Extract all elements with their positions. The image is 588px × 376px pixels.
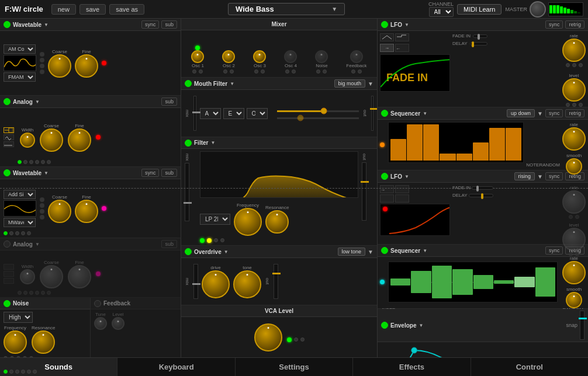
- wave-shape1[interactable]: [4, 127, 14, 133]
- noise-mx-d2[interactable]: [323, 69, 327, 74]
- lfo1-rate-knob[interactable]: [562, 39, 586, 62]
- osc3-d2[interactable]: [261, 69, 265, 74]
- analog1-caret[interactable]: ▼: [35, 99, 40, 105]
- wt2-coarse-knob[interactable]: [48, 200, 71, 223]
- analog2-dot4[interactable]: [35, 291, 39, 295]
- filter-out-slider[interactable]: [362, 162, 366, 221]
- od-power[interactable]: [185, 248, 192, 255]
- wt2-wave1-select[interactable]: Add Sine: [4, 190, 36, 199]
- osc4-d2[interactable]: [292, 69, 296, 74]
- noise-dot2[interactable]: [10, 356, 14, 357]
- seq-bar-7[interactable]: [489, 128, 505, 161]
- mixer-osc3-knob[interactable]: [253, 50, 266, 63]
- filter-res-knob[interactable]: [265, 210, 289, 234]
- lfo2-fade-slider[interactable]: [472, 186, 493, 190]
- wt1-fine-knob[interactable]: [75, 54, 98, 78]
- noise-mx-d1[interactable]: [316, 69, 320, 74]
- analog2-dot5[interactable]: [41, 291, 45, 295]
- env-power[interactable]: [381, 322, 388, 329]
- wt2-dot1[interactable]: [4, 231, 8, 235]
- mixer-osc4-knob[interactable]: [284, 50, 297, 63]
- seq2-bar-4[interactable]: [452, 269, 472, 294]
- lfo1-level-knob[interactable]: [562, 78, 586, 102]
- analog2-fine-knob[interactable]: [68, 265, 91, 288]
- formant-e-select[interactable]: E: [223, 108, 244, 119]
- lfo1-rate-d1[interactable]: [566, 63, 570, 67]
- lfo2-shape2[interactable]: [395, 185, 409, 193]
- noise-dot4[interactable]: [23, 356, 27, 357]
- wave-shape3[interactable]: [4, 141, 14, 147]
- osc3-d1[interactable]: [254, 69, 258, 74]
- lfo1-power[interactable]: [381, 21, 388, 28]
- lfo1-level-d2[interactable]: [572, 103, 576, 107]
- seq-bar-5[interactable]: [456, 154, 472, 161]
- lfo1-level-d1[interactable]: [566, 103, 570, 107]
- seq-bar-2[interactable]: [407, 124, 423, 161]
- noise-res-knob[interactable]: [32, 330, 55, 354]
- feedback-power[interactable]: [94, 300, 101, 307]
- tab-control[interactable]: Control: [471, 358, 588, 376]
- lfo1-rate-d3[interactable]: [579, 63, 583, 67]
- lfo2-sync[interactable]: sync: [545, 172, 563, 180]
- lfo2-level-knob[interactable]: [562, 228, 586, 251]
- analog1-coarse-knob[interactable]: [40, 128, 63, 152]
- seq1-sync[interactable]: sync: [545, 109, 563, 117]
- tab-keyboard[interactable]: Keyboard: [117, 358, 235, 376]
- analog2-wave1[interactable]: [4, 264, 14, 270]
- od-out-slider[interactable]: [274, 264, 278, 299]
- seq-bar-4[interactable]: [440, 154, 455, 161]
- seq2-bar-8[interactable]: [535, 267, 555, 297]
- wavetable2-sync[interactable]: sync: [141, 169, 160, 177]
- seq2-bar-3[interactable]: [432, 266, 452, 298]
- seq1-smooth-knob[interactable]: [566, 158, 582, 175]
- seq2-bar-2[interactable]: [411, 271, 431, 293]
- preset-arrow[interactable]: ▼: [331, 6, 337, 12]
- lfo2-rate-knob[interactable]: [562, 190, 586, 214]
- osc1-d1[interactable]: [192, 69, 196, 74]
- mixer-osc1-knob[interactable]: [191, 50, 204, 63]
- od-tone-knob[interactable]: [233, 270, 261, 298]
- noise-power[interactable]: [4, 300, 11, 307]
- wt2-dot4[interactable]: [21, 231, 25, 235]
- od-preset[interactable]: low tone: [338, 248, 366, 256]
- wt1-wave2-select[interactable]: FMAM 0: [4, 72, 36, 82]
- filter-type-select[interactable]: LP 2P: [200, 214, 230, 225]
- midi-learn-button[interactable]: MIDI Learn: [457, 4, 501, 15]
- osc2-d2[interactable]: [230, 69, 234, 74]
- filter-mix-slider[interactable]: [185, 163, 189, 221]
- wt2-wave2-select[interactable]: MWave S: [4, 218, 36, 227]
- mf-preset[interactable]: big mouth: [334, 79, 366, 88]
- lfo1-shape3[interactable]: →: [380, 44, 394, 52]
- analog1-dot5[interactable]: [41, 160, 45, 164]
- analog2-wave3[interactable]: [4, 278, 14, 284]
- analog1-width-knob[interactable]: [20, 133, 35, 148]
- lfo2-shape4[interactable]: [395, 194, 409, 203]
- mixer-osc2-knob[interactable]: [222, 50, 235, 63]
- seq2-bar-7[interactable]: [514, 277, 534, 288]
- lfo1-sync[interactable]: sync: [545, 20, 563, 29]
- seq1-retrig[interactable]: retrig: [565, 109, 584, 117]
- analog1-sub[interactable]: sub: [161, 98, 177, 106]
- filter-power[interactable]: [185, 140, 192, 147]
- seq1-power[interactable]: [381, 110, 388, 117]
- mf-preset-caret[interactable]: ▼: [368, 81, 373, 87]
- osc4-d1[interactable]: [285, 69, 289, 74]
- analog1-dot3[interactable]: [29, 160, 33, 164]
- analog2-wave2[interactable]: [4, 271, 14, 277]
- mixer-feedback-knob[interactable]: [350, 50, 363, 63]
- analog2-coarse-knob[interactable]: [40, 265, 63, 288]
- feedback-tune-knob[interactable]: [94, 317, 107, 330]
- lfo2-delay-slider[interactable]: [469, 194, 493, 197]
- osc2-d1[interactable]: [223, 69, 227, 74]
- wavetable2-sub[interactable]: sub: [161, 169, 177, 177]
- mixer-noise-knob[interactable]: [315, 50, 328, 63]
- analog1-fine-knob[interactable]: [68, 128, 91, 152]
- analog1-dot2[interactable]: [23, 160, 27, 164]
- mf-mix-slider[interactable]: [193, 96, 196, 131]
- fb-mx-d2[interactable]: [358, 69, 362, 74]
- osc1-d2[interactable]: [199, 69, 203, 74]
- seq-bar-3[interactable]: [423, 124, 439, 161]
- lfo1-rate-d2[interactable]: [572, 63, 576, 67]
- vca-dot1[interactable]: [294, 337, 298, 342]
- lfo1-shape2[interactable]: [395, 33, 409, 41]
